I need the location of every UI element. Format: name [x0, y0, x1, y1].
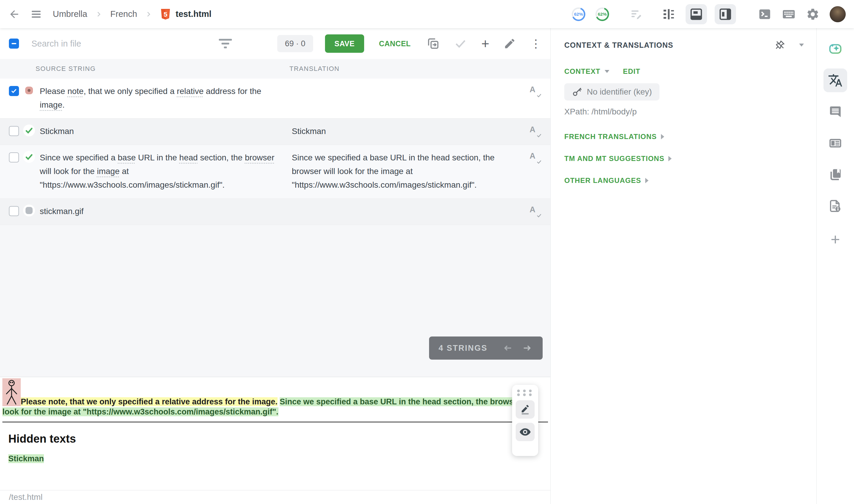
preview-eye-icon[interactable]: [516, 423, 535, 441]
edit-context-button[interactable]: EDIT: [623, 67, 641, 76]
right-icon-rail: +: [816, 28, 854, 504]
hidden-text-item[interactable]: Stickman: [8, 454, 550, 463]
back-icon[interactable]: [8, 8, 20, 20]
search-input[interactable]: [31, 38, 186, 49]
strings-count: 4 STRINGS: [439, 344, 487, 353]
toggle-bottom-panel[interactable]: [686, 4, 707, 24]
breadcrumb-project[interactable]: Umbrella: [53, 9, 87, 19]
cancel-button[interactable]: CANCEL: [377, 39, 412, 48]
console-icon[interactable]: [758, 7, 771, 21]
file-path: /test.html: [9, 492, 43, 502]
row-checkbox[interactable]: [9, 86, 19, 96]
chevron-right-icon: [669, 156, 672, 161]
table-header: SOURCE STRING TRANSLATION: [0, 59, 550, 78]
side-by-side-mode-icon[interactable]: [662, 7, 676, 21]
breadcrumb: Umbrella French 5 test.html: [53, 8, 211, 20]
app-window: Umbrella French 5 test.html 62% 62%: [0, 0, 854, 504]
preview-tools-card: [512, 385, 538, 456]
approve-translation-icon[interactable]: A: [530, 125, 542, 138]
prev-page-icon[interactable]: [502, 342, 514, 354]
section-other-languages[interactable]: OTHER LANGUAGES: [564, 176, 806, 185]
progress-ring-green: 62%: [595, 7, 609, 21]
source-cell: Since we specified a base URL in the hea…: [40, 151, 277, 192]
string-counter: 69 · 0: [277, 35, 313, 52]
context-dropdown[interactable]: CONTEXT: [564, 67, 601, 76]
string-row[interactable]: Since we specified a base URL in the hea…: [0, 145, 550, 199]
strings-toolbar: 69 · 0 SAVE CANCEL + ⋮: [0, 28, 550, 59]
context-panel: CONTEXT & TRANSLATIONS CONTEXT EDIT No i…: [550, 28, 816, 504]
progress-value: 62%: [574, 12, 583, 17]
approve-letter: A: [530, 205, 535, 214]
drag-handle-icon[interactable]: [517, 390, 533, 396]
keyboard-shortcuts-icon[interactable]: [782, 7, 796, 21]
string-row[interactable]: Please note, that we only specified a re…: [0, 78, 550, 119]
column-source: SOURCE STRING: [36, 65, 96, 73]
chevron-right-icon: [95, 11, 103, 18]
approve-translation-icon[interactable]: A: [530, 151, 542, 164]
progress-value: 62%: [598, 12, 607, 17]
filter-icon[interactable]: [219, 39, 232, 48]
breadcrumb-language[interactable]: French: [110, 9, 137, 19]
draft-edit-icon: [630, 8, 643, 21]
ai-assistant-icon[interactable]: [823, 37, 847, 61]
row-checkbox[interactable]: [9, 206, 19, 216]
status-icon: [23, 85, 35, 96]
chevron-right-icon: [661, 134, 664, 139]
section-label: FRENCH TRANSLATIONS: [564, 132, 657, 141]
overflow-menu-icon[interactable]: ⋮: [530, 38, 541, 49]
select-all-checkbox[interactable]: [9, 38, 19, 49]
status-icon: [23, 125, 35, 137]
preview-edit-icon[interactable]: [516, 400, 535, 419]
row-checkbox[interactable]: [9, 126, 19, 136]
toggle-right-panel[interactable]: [715, 4, 736, 24]
panel-title: CONTEXT & TRANSLATIONS: [564, 41, 673, 50]
chevron-down-icon: [605, 70, 609, 73]
approve-letter: A: [530, 85, 535, 94]
user-avatar[interactable]: [830, 6, 846, 22]
approve-letter: A: [530, 151, 535, 160]
source-cell: Please note, that we only specified a re…: [40, 85, 277, 112]
editor-pane: 69 · 0 SAVE CANCEL + ⋮ SOURCE STRING TRA…: [0, 28, 550, 504]
terms-tab-icon[interactable]: [823, 131, 847, 155]
status-icon: [23, 204, 35, 216]
row-checkbox[interactable]: [9, 152, 19, 162]
html5-file-icon: 5: [160, 8, 171, 20]
translation-cell[interactable]: Since we specified a base URL in the hea…: [292, 151, 526, 192]
stickman-image[interactable]: [2, 378, 21, 406]
gear-icon[interactable]: [806, 7, 820, 21]
highlighted-string-current[interactable]: Please note, that we only specified a re…: [21, 397, 278, 406]
section-french-translations[interactable]: FRENCH TRANSLATIONS: [564, 132, 806, 141]
in-context-preview: Please note, that we only specified a re…: [0, 377, 550, 490]
preview-divider: [2, 421, 548, 422]
add-string-icon[interactable]: +: [481, 37, 489, 50]
key-icon: [572, 87, 582, 97]
next-page-icon[interactable]: [521, 342, 533, 354]
duplicate-icon[interactable]: [427, 37, 440, 50]
approve-translation-icon[interactable]: A: [530, 205, 542, 218]
translation-cell[interactable]: Stickman: [292, 125, 526, 138]
edit-icon[interactable]: [503, 37, 516, 50]
string-row[interactable]: Stickman Stickman A: [0, 119, 550, 145]
panel-collapse-icon[interactable]: [799, 43, 804, 47]
save-button[interactable]: SAVE: [325, 34, 364, 53]
xpath-text: XPath: /html/body/p: [564, 107, 806, 116]
menu-icon[interactable]: [30, 8, 42, 20]
identifier-pill[interactable]: No identifier (key): [564, 83, 659, 101]
translation-memory-tab-icon[interactable]: [823, 163, 847, 186]
approve-all-icon: [454, 37, 467, 50]
top-bar: Umbrella French 5 test.html 62% 62%: [0, 0, 854, 28]
hidden-texts-heading: Hidden texts: [8, 433, 550, 445]
chevron-right-icon: [645, 178, 648, 183]
section-tm-mt-suggestions[interactable]: TM AND MT SUGGESTIONS: [564, 155, 806, 163]
unpin-icon[interactable]: [774, 39, 785, 51]
chevron-right-icon: [145, 11, 153, 18]
translations-tab-icon[interactable]: [823, 69, 847, 92]
file-info-tab-icon[interactable]: [823, 194, 847, 218]
strings-list: Please note, that we only specified a re…: [0, 78, 550, 225]
add-panel-icon[interactable]: +: [823, 228, 847, 251]
file-path-bar: /test.html: [0, 490, 550, 504]
column-translation: TRANSLATION: [289, 65, 550, 73]
comments-tab-icon[interactable]: [823, 100, 847, 124]
string-row[interactable]: stickman.gif A: [0, 199, 550, 225]
approve-translation-icon[interactable]: A: [530, 85, 542, 98]
